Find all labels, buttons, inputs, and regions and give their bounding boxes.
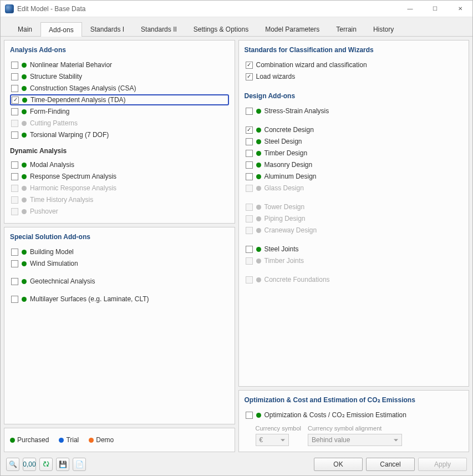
addon-checkbox[interactable] [246,62,253,69]
legend-panel: Purchased Trial Demo [4,428,235,452]
addon-checkbox[interactable] [246,173,253,180]
apply-button[interactable]: Apply [418,458,467,471]
analysis-addons-title: Analysis Add-ons [10,46,229,54]
status-dot [22,250,27,255]
status-dot [256,205,261,210]
addon-label: Tower Design [265,203,305,211]
status-dot [256,247,261,252]
addon-row: Pushover [10,206,229,217]
tab-terrain[interactable]: Terrain [328,22,365,36]
tab-strip: MainAdd-onsStandards IStandards IISettin… [1,17,472,37]
alignment-select[interactable]: Behind value [308,434,402,446]
minimize-button[interactable]: — [398,1,423,17]
addon-checkbox[interactable] [246,108,253,115]
addon-checkbox[interactable] [246,126,253,134]
addon-label: Aluminum Design [265,173,317,180]
addon-label: Timber Design [265,149,308,157]
addon-checkbox [246,185,253,192]
tab-settings-options[interactable]: Settings & Options [185,22,257,36]
addon-label: Load wizards [256,73,296,80]
addon-label: Multilayer Surfaces (e.g. Laminate, CLT) [30,295,149,303]
addon-row: Steel Design [245,136,464,147]
addon-row: Building Model [10,246,229,257]
addon-row: Nonlinear Material Behavior [10,59,229,70]
addon-checkbox[interactable] [12,97,19,104]
status-dot [22,261,27,266]
optimization-label: Optimization & Costs / CO₂ Emission Esti… [265,411,406,419]
addon-label: Craneway Design [265,226,317,234]
addon-checkbox [246,204,253,211]
addon-checkbox[interactable] [11,173,18,180]
addon-checkbox[interactable] [11,73,18,80]
addon-checkbox[interactable] [11,161,18,169]
footer-tool-units[interactable]: 0,00 [23,458,36,471]
status-dot [256,163,261,168]
tab-standards-i[interactable]: Standards I [82,22,133,36]
currency-select[interactable]: € [256,434,289,446]
status-dot [256,186,261,191]
close-button[interactable]: ✕ [447,1,472,17]
footer-tool-save[interactable]: 💾 [56,458,69,471]
addon-row: Structure Stability [10,71,229,82]
addon-label: Wind Simulation [30,260,78,267]
tab-history[interactable]: History [365,22,402,36]
tab-main[interactable]: Main [9,22,40,36]
left-column: Analysis Add-ons Nonlinear Material Beha… [4,40,235,452]
right-top-panel: Standards for Classification and Wizards… [238,40,470,387]
addon-checkbox [246,257,253,265]
tab-add-ons[interactable]: Add-ons [40,22,82,37]
addon-checkbox [246,227,253,234]
addon-row: Harmonic Response Analysis [10,183,229,194]
addon-row: Timber Design [245,148,464,159]
window-title: Edit Model - Base Data [17,5,85,13]
addon-row: Piping Design [245,213,464,224]
addon-label: Structure Stability [30,73,82,80]
addon-row: Load wizards [245,71,464,82]
addon-checkbox[interactable] [11,85,18,92]
addon-checkbox[interactable] [11,296,18,303]
addon-checkbox[interactable] [11,278,18,285]
footer-tool-report[interactable]: 📄 [73,458,86,471]
addon-row: Glass Design [245,183,464,194]
addon-label: Time History Analysis [30,196,93,204]
tab-standards-ii[interactable]: Standards II [133,22,185,36]
addon-row: Concrete Foundations [245,274,464,285]
special-addons-panel: Special Solution Add-ons Building ModelW… [4,227,235,424]
status-dot [256,259,261,264]
ok-button[interactable]: OK [314,458,363,471]
cancel-button[interactable]: Cancel [366,458,415,471]
addon-checkbox[interactable] [246,150,253,157]
status-dot [256,151,261,156]
addon-label: Stress-Strain Analysis [265,107,329,115]
addon-checkbox [11,196,18,204]
addon-checkbox[interactable] [246,246,253,253]
status-dot [22,174,27,179]
footer-tool-reset[interactable]: 🗘 [39,458,53,471]
legend-dot-trial [59,438,64,443]
addon-label: Piping Design [265,215,306,222]
addon-checkbox[interactable] [246,138,253,145]
status-dot [22,163,27,168]
addon-checkbox[interactable] [11,62,18,69]
status-dot [256,413,261,418]
optimization-row: Optimization & Costs / CO₂ Emission Esti… [245,409,464,421]
status-dot [22,209,27,214]
addon-label: Steel Joints [265,245,299,253]
tab-model-parameters[interactable]: Model Parameters [257,22,328,36]
addon-checkbox[interactable] [246,73,253,80]
status-dot [22,198,27,202]
addon-checkbox[interactable] [11,260,18,267]
addon-label: Masonry Design [265,161,313,169]
footer-tool-help[interactable]: 🔍 [6,458,19,471]
addon-checkbox[interactable] [246,161,253,169]
maximize-button[interactable]: ☐ [423,1,447,17]
addon-checkbox[interactable] [11,131,18,139]
legend-dot-demo [89,438,94,443]
optimization-checkbox[interactable] [246,412,253,419]
addon-checkbox[interactable] [11,108,18,115]
addon-row: Steel Joints [245,244,464,255]
addon-row: Masonry Design [245,159,464,170]
status-dot [22,74,27,79]
addon-label: Geotechnical Analysis [30,277,95,285]
addon-checkbox[interactable] [11,249,18,256]
